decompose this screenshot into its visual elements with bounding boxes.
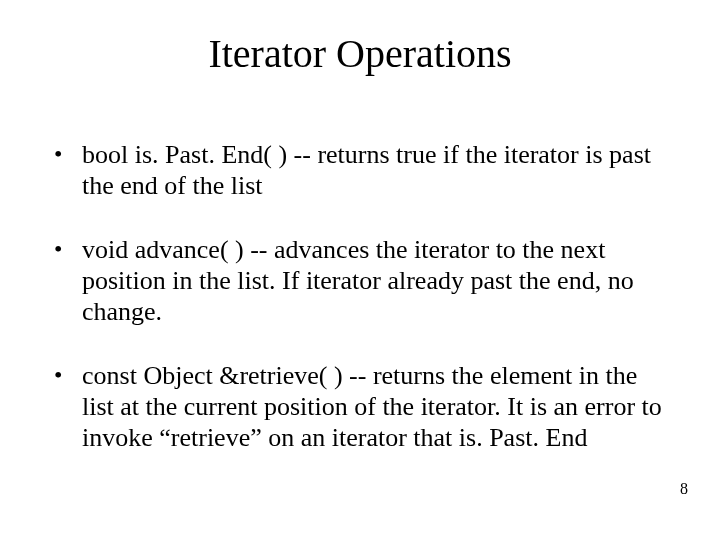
bullet-list: bool is. Past. End( ) -- returns true if… [54,140,666,453]
slide-title: Iterator Operations [0,30,720,77]
bullet-item: void advance( ) -- advances the iterator… [54,235,666,327]
page-number: 8 [680,480,688,498]
slide-body: bool is. Past. End( ) -- returns true if… [54,140,666,487]
bullet-item: bool is. Past. End( ) -- returns true if… [54,140,666,201]
bullet-item: const Object &retrieve( ) -- returns the… [54,361,666,453]
slide: Iterator Operations bool is. Past. End( … [0,0,720,540]
